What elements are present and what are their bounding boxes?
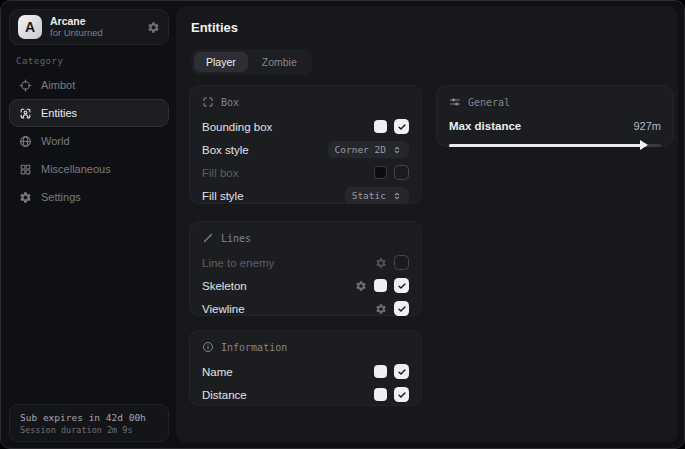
- general-section-card: General Max distance 927m: [436, 85, 674, 147]
- session-duration-text: Session duration 2m 9s: [20, 425, 158, 435]
- slider-thumb[interactable]: [640, 140, 648, 150]
- info-icon: [202, 341, 214, 353]
- corners-icon: [202, 96, 214, 108]
- section-title: Lines: [221, 233, 251, 244]
- sidebar-item-aimbot[interactable]: Aimbot: [9, 71, 169, 99]
- setting-row-viewline: Viewline: [202, 298, 409, 319]
- sub-expiry-text: Sub expires in 42d 00h: [20, 412, 158, 423]
- page-title: Entities: [191, 20, 663, 35]
- sidebar: A Arcane for Unturned Category Aimbot En…: [1, 1, 176, 448]
- setting-label: Line to enemy: [202, 257, 375, 269]
- checkbox-checked[interactable]: [394, 119, 409, 134]
- globe-icon: [19, 135, 32, 148]
- category-label: Category: [16, 56, 63, 66]
- setting-row-fill-box: Fill box: [202, 162, 409, 183]
- max-distance-label: Max distance: [449, 120, 633, 132]
- max-distance-slider[interactable]: [449, 144, 661, 147]
- diagonal-line-icon: [202, 232, 214, 244]
- setting-label: Fill style: [202, 190, 345, 202]
- color-swatch[interactable]: [374, 279, 387, 292]
- slider-fill: [449, 144, 646, 147]
- chevron-up-down-icon: [392, 145, 402, 155]
- sidebar-item-label: World: [41, 135, 70, 147]
- tab-zombie[interactable]: Zombie: [250, 52, 309, 72]
- tab-bar: Player Zombie: [191, 49, 312, 75]
- setting-label: Box style: [202, 144, 328, 156]
- checkbox-checked[interactable]: [394, 364, 409, 379]
- setting-label: Skeleton: [202, 280, 355, 292]
- gear-icon[interactable]: [375, 257, 387, 269]
- sidebar-item-label: Aimbot: [41, 79, 75, 91]
- dropdown-value: Corner 2D: [335, 144, 386, 155]
- chevron-up-down-icon: [392, 191, 402, 201]
- app-subtitle: for Unturned: [50, 28, 139, 38]
- crosshair-icon: [19, 79, 32, 92]
- setting-row-skeleton: Skeleton: [202, 275, 409, 296]
- checkbox-checked[interactable]: [394, 301, 409, 316]
- sidebar-item-miscellaneous[interactable]: Miscellaneous: [9, 155, 169, 183]
- entity-scan-icon: [19, 107, 32, 120]
- checkbox-unchecked[interactable]: [394, 255, 409, 270]
- setting-label: Bounding box: [202, 121, 374, 133]
- color-swatch[interactable]: [374, 388, 387, 401]
- app-name: Arcane: [50, 16, 139, 28]
- box-section-card: Box Bounding box Box style Corner 2D: [189, 85, 422, 204]
- section-title: Box: [221, 97, 239, 108]
- gear-icon[interactable]: [355, 280, 367, 292]
- app-window: A Arcane for Unturned Category Aimbot En…: [0, 0, 685, 449]
- fill-style-dropdown[interactable]: Static: [345, 187, 409, 204]
- setting-row-distance: Distance: [202, 384, 409, 405]
- main-panel: Entities Player Zombie Box Bounding box …: [176, 6, 678, 443]
- tab-player[interactable]: Player: [194, 52, 248, 72]
- setting-label: Name: [202, 366, 374, 378]
- setting-label: Distance: [202, 389, 374, 401]
- section-title: Information: [221, 342, 287, 353]
- gear-icon: [19, 191, 32, 204]
- checkbox-checked[interactable]: [394, 387, 409, 402]
- color-swatch[interactable]: [374, 365, 387, 378]
- lines-section-card: Lines Line to enemy Skeleton Viewline: [189, 221, 422, 316]
- sidebar-item-settings[interactable]: Settings: [9, 183, 169, 211]
- setting-label: Viewline: [202, 303, 375, 315]
- setting-row-bounding-box: Bounding box: [202, 116, 409, 137]
- setting-row-fill-style: Fill style Static: [202, 185, 409, 206]
- color-swatch[interactable]: [374, 166, 387, 179]
- sidebar-item-label: Entities: [41, 107, 77, 119]
- box-style-dropdown[interactable]: Corner 2D: [328, 141, 409, 158]
- sidebar-item-label: Miscellaneous: [41, 163, 111, 175]
- sliders-icon: [449, 96, 461, 108]
- max-distance-value: 927m: [633, 120, 661, 132]
- section-title: General: [468, 97, 510, 108]
- app-header-card: A Arcane for Unturned: [9, 9, 169, 45]
- information-section-card: Information Name Distance: [189, 330, 422, 406]
- gear-icon[interactable]: [147, 21, 160, 34]
- dropdown-value: Static: [352, 190, 386, 201]
- sidebar-item-world[interactable]: World: [9, 127, 169, 155]
- subscription-card: Sub expires in 42d 00h Session duration …: [9, 404, 169, 442]
- checkbox-checked[interactable]: [394, 278, 409, 293]
- setting-row-line-to-enemy: Line to enemy: [202, 252, 409, 273]
- setting-label: Fill box: [202, 167, 374, 179]
- gear-icon[interactable]: [375, 303, 387, 315]
- app-logo: A: [18, 15, 42, 39]
- sidebar-nav: Aimbot Entities World Miscellaneous Sett…: [9, 71, 169, 211]
- checkbox-unchecked[interactable]: [394, 165, 409, 180]
- sidebar-item-label: Settings: [41, 191, 81, 203]
- setting-row-box-style: Box style Corner 2D: [202, 139, 409, 160]
- setting-row-name: Name: [202, 361, 409, 382]
- grid-icon: [19, 163, 32, 176]
- color-swatch[interactable]: [374, 120, 387, 133]
- sidebar-item-entities[interactable]: Entities: [9, 99, 169, 127]
